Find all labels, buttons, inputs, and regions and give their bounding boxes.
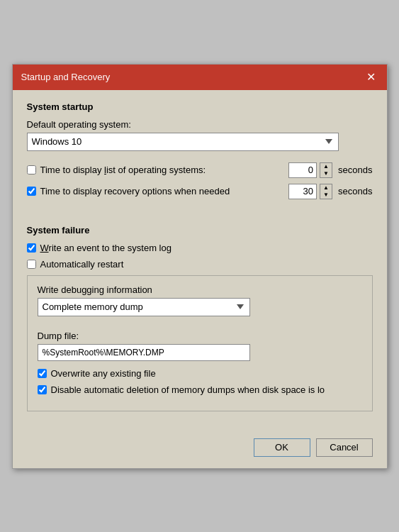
close-button[interactable]: ✕ [364,72,378,83]
button-row: OK Cancel [13,431,387,468]
time-display-list-row: Time to display list of operating system… [27,162,373,178]
system-failure-section: System failure Write an event to the sys… [27,225,373,411]
default-os-label: Default operating system: [27,119,373,130]
time-list-spinner: ▲ ▼ seconds [288,162,372,178]
default-os-select[interactable]: Windows 10 [27,133,339,151]
system-failure-title: System failure [27,225,373,235]
time-display-recovery-row: Time to display recovery options when ne… [27,184,373,199]
dump-file-label: Dump file: [38,331,362,341]
write-event-label[interactable]: Write an event to the system log [27,243,373,253]
overwrite-label[interactable]: Overwrite any existing file [38,368,362,379]
time-list-up-btn[interactable]: ▲ [320,163,332,170]
default-os-dropdown-row: Windows 10 [27,133,373,151]
dump-file-input[interactable] [38,344,250,361]
system-startup-title: System startup [27,101,373,112]
ok-button[interactable]: OK [254,438,310,457]
time-recovery-down-btn[interactable]: ▼ [320,192,332,199]
write-debug-section: Write debugging information Complete mem… [27,275,373,411]
time-display-list-label[interactable]: Time to display list of operating system… [27,165,283,175]
disable-auto-delete-text: Disable automatic deletion of memory dum… [51,384,325,395]
time-list-down-btn[interactable]: ▼ [320,170,332,177]
auto-restart-label[interactable]: Automatically restart [27,259,373,270]
time-recovery-seconds: seconds [338,186,372,196]
time-list-seconds: seconds [338,165,372,175]
debug-dropdown[interactable]: Complete memory dump Kernel memory dump … [38,298,250,316]
debug-dropdown-row: Complete memory dump Kernel memory dump … [38,298,362,316]
write-event-checkbox[interactable] [27,243,36,253]
time-display-recovery-checkbox[interactable] [27,187,36,196]
overwrite-checkbox[interactable] [38,369,47,378]
disable-auto-delete-label[interactable]: Disable automatic deletion of memory dum… [38,384,362,395]
disable-auto-delete-checkbox[interactable] [38,385,47,394]
time-recovery-spinner: ▲ ▼ seconds [288,184,372,199]
time-recovery-up-btn[interactable]: ▲ [320,184,332,192]
title-bar: Startup and Recovery ✕ [13,65,387,90]
time-display-list-checkbox[interactable] [27,165,36,174]
time-list-input[interactable] [288,162,317,178]
cancel-button[interactable]: Cancel [316,438,373,457]
write-debug-title: Write debugging information [38,284,362,295]
time-recovery-input[interactable] [288,184,317,199]
system-startup-section: System startup Default operating system:… [27,101,373,199]
overwrite-text: Overwrite any existing file [51,368,156,379]
dialog-title: Startup and Recovery [21,72,111,82]
startup-recovery-dialog: Startup and Recovery ✕ System startup De… [12,64,388,469]
time-display-recovery-label[interactable]: Time to display recovery options when ne… [27,186,283,196]
auto-restart-text: Automatically restart [40,259,124,270]
auto-restart-checkbox[interactable] [27,260,36,269]
dialog-body: System startup Default operating system:… [13,90,387,431]
